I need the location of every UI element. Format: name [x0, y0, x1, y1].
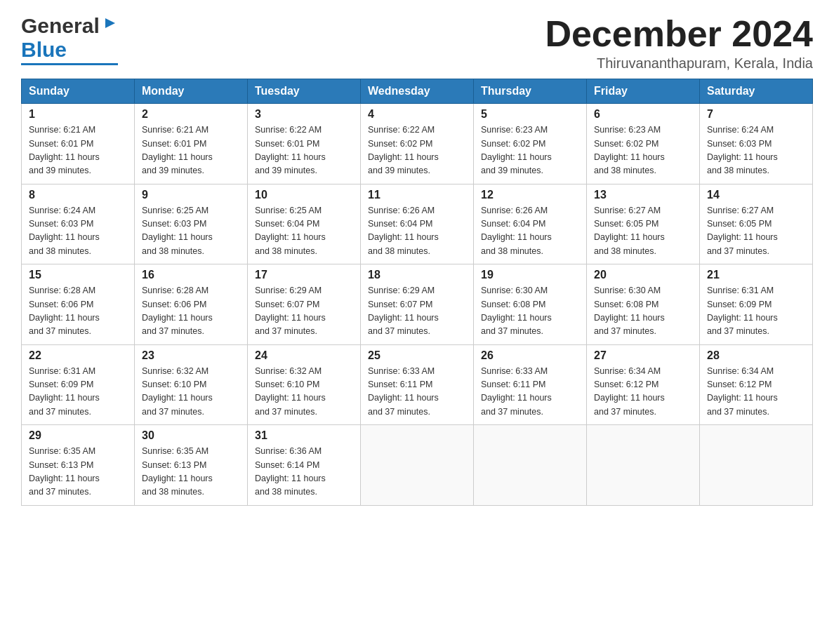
- day-number: 26: [481, 349, 579, 362]
- day-info: Sunrise: 6:27 AMSunset: 6:05 PMDaylight:…: [594, 204, 692, 259]
- calendar-week-1: 1Sunrise: 6:21 AMSunset: 6:01 PMDaylight…: [22, 104, 813, 185]
- day-info: Sunrise: 6:35 AMSunset: 6:13 PMDaylight:…: [142, 445, 240, 499]
- day-info: Sunrise: 6:34 AMSunset: 6:12 PMDaylight:…: [594, 365, 692, 420]
- month-title: December 2024: [545, 14, 813, 54]
- table-row: 2Sunrise: 6:21 AMSunset: 6:01 PMDaylight…: [135, 104, 248, 185]
- table-row: 28Sunrise: 6:34 AMSunset: 6:12 PMDayligh…: [700, 344, 813, 425]
- day-info: Sunrise: 6:28 AMSunset: 6:06 PMDaylight:…: [142, 284, 240, 339]
- table-row: 7Sunrise: 6:24 AMSunset: 6:03 PMDaylight…: [700, 104, 813, 185]
- day-number: 30: [142, 429, 240, 442]
- day-number: 3: [255, 108, 353, 121]
- calendar-table: SundayMondayTuesdayWednesdayThursdayFrid…: [21, 79, 813, 506]
- day-number: 9: [142, 189, 240, 201]
- day-number: 15: [29, 269, 127, 281]
- day-number: 11: [368, 189, 466, 201]
- day-info: Sunrise: 6:33 AMSunset: 6:11 PMDaylight:…: [368, 365, 466, 420]
- table-row: 4Sunrise: 6:22 AMSunset: 6:02 PMDaylight…: [361, 104, 474, 185]
- logo-blue: Blue: [21, 38, 67, 62]
- table-row: [361, 425, 474, 506]
- day-number: 29: [29, 429, 127, 442]
- calendar-header-monday: Monday: [135, 79, 248, 104]
- day-info: Sunrise: 6:22 AMSunset: 6:01 PMDaylight:…: [255, 123, 353, 178]
- day-info: Sunrise: 6:29 AMSunset: 6:07 PMDaylight:…: [368, 284, 466, 339]
- day-info: Sunrise: 6:21 AMSunset: 6:01 PMDaylight:…: [29, 123, 127, 178]
- logo-arrow-icon: [102, 15, 118, 34]
- page-header: General Blue December 2024 Thiruvanantha…: [21, 14, 813, 72]
- logo-underline: [21, 63, 118, 65]
- day-number: 14: [707, 189, 805, 201]
- day-info: Sunrise: 6:31 AMSunset: 6:09 PMDaylight:…: [707, 284, 805, 339]
- day-info: Sunrise: 6:27 AMSunset: 6:05 PMDaylight:…: [707, 204, 805, 259]
- table-row: 18Sunrise: 6:29 AMSunset: 6:07 PMDayligh…: [361, 264, 474, 345]
- table-row: 19Sunrise: 6:30 AMSunset: 6:08 PMDayligh…: [474, 264, 587, 345]
- day-number: 20: [594, 269, 692, 281]
- table-row: 15Sunrise: 6:28 AMSunset: 6:06 PMDayligh…: [22, 264, 135, 345]
- day-info: Sunrise: 6:23 AMSunset: 6:02 PMDaylight:…: [594, 123, 692, 178]
- calendar-header-sunday: Sunday: [22, 79, 135, 104]
- calendar-header-thursday: Thursday: [474, 79, 587, 104]
- table-row: 14Sunrise: 6:27 AMSunset: 6:05 PMDayligh…: [700, 184, 813, 264]
- table-row: 27Sunrise: 6:34 AMSunset: 6:12 PMDayligh…: [587, 344, 700, 425]
- day-info: Sunrise: 6:24 AMSunset: 6:03 PMDaylight:…: [29, 204, 127, 259]
- day-info: Sunrise: 6:32 AMSunset: 6:10 PMDaylight:…: [255, 365, 353, 420]
- table-row: 16Sunrise: 6:28 AMSunset: 6:06 PMDayligh…: [135, 264, 248, 345]
- table-row: 30Sunrise: 6:35 AMSunset: 6:13 PMDayligh…: [135, 425, 248, 506]
- day-number: 21: [707, 269, 805, 281]
- calendar-header-friday: Friday: [587, 79, 700, 104]
- calendar-header-tuesday: Tuesday: [248, 79, 361, 104]
- day-info: Sunrise: 6:21 AMSunset: 6:01 PMDaylight:…: [142, 123, 240, 178]
- table-row: 3Sunrise: 6:22 AMSunset: 6:01 PMDaylight…: [248, 104, 361, 185]
- table-row: 5Sunrise: 6:23 AMSunset: 6:02 PMDaylight…: [474, 104, 587, 185]
- table-row: 24Sunrise: 6:32 AMSunset: 6:10 PMDayligh…: [248, 344, 361, 425]
- day-number: 12: [481, 189, 579, 201]
- table-row: 31Sunrise: 6:36 AMSunset: 6:14 PMDayligh…: [248, 425, 361, 506]
- day-number: 5: [481, 108, 579, 121]
- day-number: 17: [255, 269, 353, 281]
- table-row: [587, 425, 700, 506]
- table-row: 12Sunrise: 6:26 AMSunset: 6:04 PMDayligh…: [474, 184, 587, 264]
- table-row: 9Sunrise: 6:25 AMSunset: 6:03 PMDaylight…: [135, 184, 248, 264]
- day-info: Sunrise: 6:25 AMSunset: 6:04 PMDaylight:…: [255, 204, 353, 259]
- day-number: 13: [594, 189, 692, 201]
- day-number: 19: [481, 269, 579, 281]
- table-row: 17Sunrise: 6:29 AMSunset: 6:07 PMDayligh…: [248, 264, 361, 345]
- day-info: Sunrise: 6:24 AMSunset: 6:03 PMDaylight:…: [707, 123, 805, 178]
- table-row: 29Sunrise: 6:35 AMSunset: 6:13 PMDayligh…: [22, 425, 135, 506]
- calendar-header-wednesday: Wednesday: [361, 79, 474, 104]
- location: Thiruvananthapuram, Kerala, India: [545, 55, 813, 72]
- title-section: December 2024 Thiruvananthapuram, Kerala…: [545, 14, 813, 72]
- calendar-week-5: 29Sunrise: 6:35 AMSunset: 6:13 PMDayligh…: [22, 425, 813, 506]
- day-number: 31: [255, 429, 353, 442]
- table-row: [700, 425, 813, 506]
- day-info: Sunrise: 6:31 AMSunset: 6:09 PMDaylight:…: [29, 365, 127, 420]
- day-info: Sunrise: 6:32 AMSunset: 6:10 PMDaylight:…: [142, 365, 240, 420]
- day-number: 28: [707, 349, 805, 362]
- day-number: 23: [142, 349, 240, 362]
- day-number: 6: [594, 108, 692, 121]
- day-info: Sunrise: 6:30 AMSunset: 6:08 PMDaylight:…: [481, 284, 579, 339]
- day-number: 1: [29, 108, 127, 121]
- table-row: 20Sunrise: 6:30 AMSunset: 6:08 PMDayligh…: [587, 264, 700, 345]
- day-number: 24: [255, 349, 353, 362]
- day-number: 18: [368, 269, 466, 281]
- logo-general: General: [21, 14, 100, 38]
- table-row: [474, 425, 587, 506]
- day-number: 25: [368, 349, 466, 362]
- day-info: Sunrise: 6:30 AMSunset: 6:08 PMDaylight:…: [594, 284, 692, 339]
- day-number: 7: [707, 108, 805, 121]
- day-info: Sunrise: 6:34 AMSunset: 6:12 PMDaylight:…: [707, 365, 805, 420]
- day-info: Sunrise: 6:29 AMSunset: 6:07 PMDaylight:…: [255, 284, 353, 339]
- table-row: 6Sunrise: 6:23 AMSunset: 6:02 PMDaylight…: [587, 104, 700, 185]
- table-row: 25Sunrise: 6:33 AMSunset: 6:11 PMDayligh…: [361, 344, 474, 425]
- day-info: Sunrise: 6:26 AMSunset: 6:04 PMDaylight:…: [481, 204, 579, 259]
- calendar-week-3: 15Sunrise: 6:28 AMSunset: 6:06 PMDayligh…: [22, 264, 813, 345]
- table-row: 8Sunrise: 6:24 AMSunset: 6:03 PMDaylight…: [22, 184, 135, 264]
- day-info: Sunrise: 6:35 AMSunset: 6:13 PMDaylight:…: [29, 445, 127, 499]
- table-row: 13Sunrise: 6:27 AMSunset: 6:05 PMDayligh…: [587, 184, 700, 264]
- day-info: Sunrise: 6:25 AMSunset: 6:03 PMDaylight:…: [142, 204, 240, 259]
- calendar-week-4: 22Sunrise: 6:31 AMSunset: 6:09 PMDayligh…: [22, 344, 813, 425]
- calendar-week-2: 8Sunrise: 6:24 AMSunset: 6:03 PMDaylight…: [22, 184, 813, 264]
- calendar-header-row: SundayMondayTuesdayWednesdayThursdayFrid…: [22, 79, 813, 104]
- logo: General Blue: [21, 14, 118, 65]
- day-info: Sunrise: 6:28 AMSunset: 6:06 PMDaylight:…: [29, 284, 127, 339]
